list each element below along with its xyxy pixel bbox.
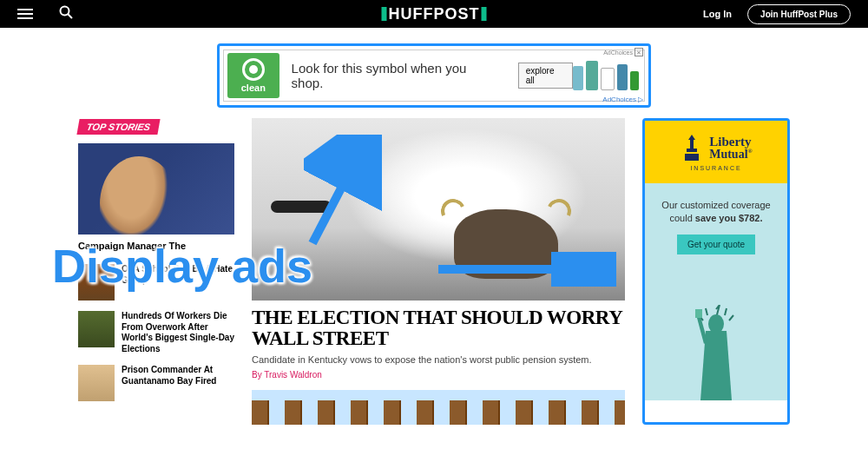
menu-icon[interactable] (17, 9, 33, 19)
hero-subtitle: Candidate in Kentucky vows to expose the… (252, 353, 625, 366)
secondary-image[interactable] (252, 390, 625, 425)
left-column: TOP STORIES Campaign Manager The Of A Sc… (78, 118, 234, 425)
hero-image[interactable] (252, 118, 625, 301)
story-title: Prison Commander At Guantanamo Bay Fired (122, 365, 234, 401)
svg-rect-3 (695, 309, 702, 318)
hero-headline[interactable]: THE ELECTION THAT SHOULD WORRY WALL STRE… (252, 307, 625, 349)
ad-brand-name: Liberty (709, 135, 753, 149)
story-thumb (78, 365, 115, 401)
ad-cta-button[interactable]: explore all (518, 63, 573, 89)
lead-story-title[interactable]: Campaign Manager The (78, 240, 234, 252)
ad-body: Our customized coverage could save you $… (645, 183, 787, 400)
story-thumb (78, 264, 115, 301)
lead-story-image[interactable] (78, 143, 234, 234)
statue-of-liberty-icon (681, 305, 751, 400)
ad-brand-area: Liberty Mutual® INSURANCE (645, 121, 787, 183)
svg-point-0 (61, 7, 69, 16)
sidebar-ad[interactable]: ✕ Liberty Mutual® INSURANCE Our customiz… (642, 118, 790, 425)
story-thumb (78, 311, 115, 347)
ad-brand-sub: INSURANCE (652, 165, 780, 171)
center-column: THE ELECTION THAT SHOULD WORRY WALL STRE… (252, 118, 625, 425)
ad-badge: clean (227, 53, 279, 98)
adchoices-label-bottom[interactable]: AdChoices ▷ (602, 96, 643, 103)
liberty-torch-icon (680, 133, 704, 162)
list-item[interactable]: Of A School Run By A Hate Group (78, 264, 234, 301)
ad-quote-button[interactable]: Get your quote (677, 234, 755, 254)
close-icon[interactable]: ✕ (635, 48, 643, 56)
adchoices-label-top[interactable]: AdChoices✕ (603, 48, 643, 56)
story-title: Hundreds Of Workers Die From Overwork Af… (122, 311, 234, 354)
join-button[interactable]: Join HuffPost Plus (747, 4, 851, 24)
hero-byline[interactable]: By Travis Waldron (252, 370, 625, 380)
svg-point-2 (708, 314, 724, 334)
svg-line-1 (69, 15, 73, 19)
story-title: Of A School Run By A Hate Group (122, 264, 234, 301)
site-logo[interactable]: HUFFPOST (380, 5, 489, 23)
ad-product-image (573, 61, 639, 90)
ad-copy: Our customized coverage could save you $… (654, 199, 779, 226)
login-link[interactable]: Log In (703, 9, 732, 19)
main-content: TOP STORIES Campaign Manager The Of A Sc… (0, 108, 868, 425)
list-item[interactable]: Prison Commander At Guantanamo Bay Fired (78, 365, 234, 401)
search-icon[interactable] (59, 5, 73, 23)
leaderboard-ad[interactable]: AdChoices✕ clean Look for this symbol wh… (217, 43, 651, 108)
ad-headline: Look for this symbol when you shop. (292, 61, 501, 90)
top-stories-badge: TOP STORIES (76, 119, 160, 135)
top-nav-bar: HUFFPOST Log In Join HuffPost Plus (0, 0, 868, 28)
list-item[interactable]: Hundreds Of Workers Die From Overwork Af… (78, 311, 234, 354)
